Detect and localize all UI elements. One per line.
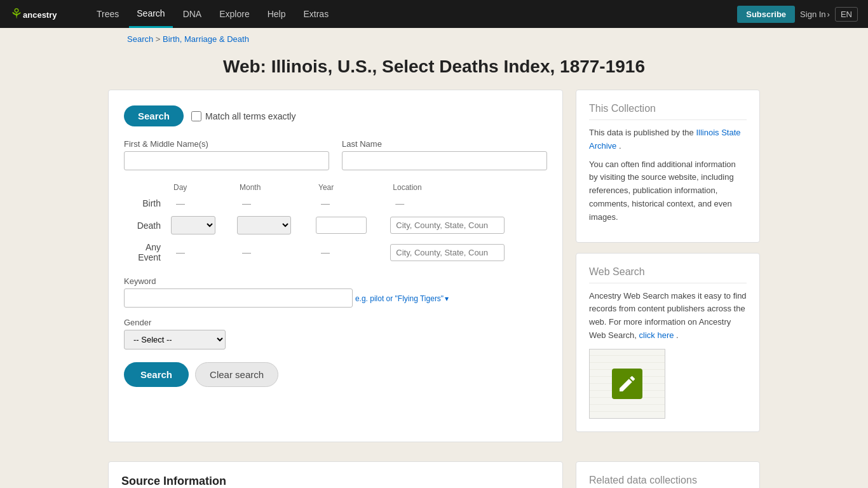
logo[interactable]: ⚘ ancestry	[10, 6, 74, 22]
nav-extras[interactable]: Extras	[295, 0, 336, 28]
keyword-input[interactable]	[124, 288, 353, 308]
gender-label: Gender	[124, 318, 547, 327]
any-event-label: Any Event	[124, 238, 168, 266]
first-name-label: First & Middle Name(s)	[124, 139, 329, 149]
edit-icon	[617, 374, 637, 394]
last-name-input[interactable]	[342, 151, 547, 170]
keyword-hint[interactable]: e.g. pilot or "Flying Tigers" ▾	[355, 294, 449, 303]
signin-link[interactable]: Sign In ›	[800, 10, 830, 19]
breadcrumb-section[interactable]: Birth, Marriage & Death	[163, 34, 249, 44]
nav-help[interactable]: Help	[260, 0, 294, 28]
event-col-loc-header: Location	[388, 180, 547, 194]
last-name-group: Last Name	[342, 139, 547, 170]
search-form-card: Search Match all terms exactly First & M…	[108, 90, 563, 442]
web-search-card: Web Search Ancestry Web Search makes it …	[576, 253, 760, 432]
nav-dna[interactable]: DNA	[175, 0, 210, 28]
svg-text:ancestry: ancestry	[23, 10, 57, 20]
bottom-section: Source Information Ancestry.com. Web: Il…	[0, 461, 868, 488]
subscribe-button[interactable]: Subscribe	[737, 6, 795, 23]
death-year[interactable]	[313, 212, 388, 238]
any-event-row: Any Event — — —	[124, 238, 547, 266]
any-event-year: —	[313, 238, 388, 266]
birth-row: Birth — — — —	[124, 194, 547, 212]
any-event-day: —	[168, 238, 234, 266]
source-title: Source Information	[121, 475, 550, 488]
match-exact-checkbox[interactable]	[191, 111, 201, 121]
death-month[interactable]	[234, 212, 313, 238]
death-year-input[interactable]	[316, 217, 367, 234]
collection-text: This data is published by the Illinois S…	[589, 126, 747, 153]
event-table: Day Month Year Location Birth — — — — De…	[124, 180, 547, 266]
death-day-select[interactable]	[171, 216, 215, 234]
nav-trees[interactable]: Trees	[89, 0, 126, 28]
nav-links: Trees Search DNA Explore Help Extras	[89, 0, 737, 28]
death-location[interactable]	[388, 212, 547, 238]
logo-icon: ⚘	[10, 6, 23, 22]
collection-body-text: You can often find additional informatio…	[589, 158, 747, 224]
death-row: Death	[124, 212, 547, 238]
first-name-input[interactable]	[124, 151, 329, 170]
birth-year: —	[313, 194, 388, 212]
birth-month: —	[234, 194, 313, 212]
birth-label: Birth	[124, 194, 168, 212]
death-month-select[interactable]	[237, 216, 291, 234]
web-search-icon	[612, 369, 642, 399]
clear-search-button[interactable]: Clear search	[195, 362, 278, 387]
web-search-link[interactable]: click here	[639, 330, 674, 340]
any-event-location-input[interactable]	[390, 244, 505, 261]
death-label: Death	[124, 212, 168, 238]
keyword-section: Keyword e.g. pilot or "Flying Tigers" ▾	[124, 276, 547, 308]
page-title: Web: Illinois, U.S., Select Deaths Index…	[0, 57, 868, 77]
breadcrumb-search[interactable]: Search	[127, 34, 153, 44]
related-collections-card: Related data collections Illinois, U.S.,…	[576, 461, 760, 488]
nav-right: Subscribe Sign In › EN	[737, 6, 858, 23]
any-event-location[interactable]	[388, 238, 547, 266]
keyword-label: Keyword	[124, 276, 547, 286]
breadcrumb-separator: >	[156, 34, 163, 44]
any-event-month: —	[234, 238, 313, 266]
related-title: Related data collections	[589, 475, 747, 488]
death-location-input[interactable]	[390, 217, 505, 234]
sidebar: This Collection This data is published b…	[576, 90, 760, 442]
breadcrumb: Search > Birth, Marriage & Death	[0, 28, 868, 50]
first-name-group: First & Middle Name(s)	[124, 139, 329, 170]
web-search-text: Ancestry Web Search makes it easy to fin…	[589, 290, 747, 342]
main-content: Search Match all terms exactly First & M…	[0, 90, 868, 461]
event-col-day-header: Day	[168, 180, 234, 194]
gender-select[interactable]: -- Select -- Male Female Unknown	[124, 330, 226, 349]
navigation: ⚘ ancestry Trees Search DNA Explore Help…	[0, 0, 868, 28]
gender-section: Gender -- Select -- Male Female Unknown	[124, 318, 547, 349]
nav-search[interactable]: Search	[129, 0, 172, 28]
form-buttons: Search Clear search	[124, 362, 547, 387]
collection-title: This Collection	[589, 103, 747, 120]
event-col-label-header	[124, 180, 168, 194]
search-button-top[interactable]: Search	[124, 105, 184, 126]
source-info-card: Source Information Ancestry.com. Web: Il…	[108, 461, 563, 488]
web-search-image	[589, 349, 665, 419]
birth-location: —	[388, 194, 547, 212]
event-col-month-header: Month	[234, 180, 313, 194]
web-search-title: Web Search	[589, 266, 747, 283]
name-row: First & Middle Name(s) Last Name	[124, 139, 547, 170]
death-day[interactable]	[168, 212, 234, 238]
birth-day: —	[168, 194, 234, 212]
match-exact-label[interactable]: Match all terms exactly	[191, 111, 295, 121]
event-col-year-header: Year	[313, 180, 388, 194]
ancestry-wordmark: ancestry	[23, 8, 74, 20]
nav-explore[interactable]: Explore	[212, 0, 257, 28]
collection-card: This Collection This data is published b…	[576, 90, 760, 243]
search-button-bottom[interactable]: Search	[124, 362, 189, 387]
form-top-row: Search Match all terms exactly	[124, 105, 547, 126]
last-name-label: Last Name	[342, 139, 547, 149]
language-button[interactable]: EN	[835, 7, 858, 22]
